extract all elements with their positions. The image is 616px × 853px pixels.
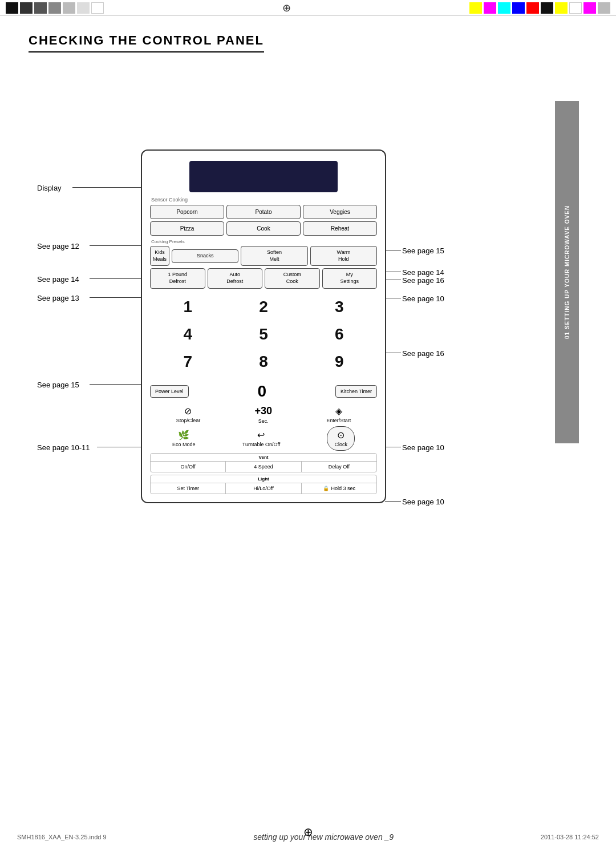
btn-pizza[interactable]: Pizza xyxy=(150,221,224,236)
numpad-bottom-row: Power Level 0 Kitchen Timer xyxy=(150,380,377,403)
vent-label: Vent xyxy=(151,454,376,462)
see-page-1011-left: See page 10-11 xyxy=(37,443,90,452)
eco-row: 🌿 Eco Mode ↩ Turntable On/Off ⊙ Clock xyxy=(150,426,377,451)
btn-enter-start[interactable]: ◈ Enter/Start xyxy=(326,406,351,423)
btn-soften-melt[interactable]: Soften Melt xyxy=(241,246,307,266)
stop-row: ⊘ Stop/Clear +30 Sec. ◈ Enter/Start xyxy=(150,405,377,424)
top-crosshair: ⊕ xyxy=(110,0,464,15)
key-5[interactable]: 5 xyxy=(226,321,302,348)
swatch-gray2 xyxy=(48,2,61,14)
sidebar-text: 01 SETTING UP YOUR MICROWAVE OVEN xyxy=(555,101,579,443)
swatch-red xyxy=(526,2,539,14)
btn-warm-hold[interactable]: Warm Hold xyxy=(310,246,377,266)
crosshair-icon: ⊕ xyxy=(282,2,291,14)
swatch-white xyxy=(91,2,104,14)
swatch-black3 xyxy=(541,2,553,14)
see-page-16-right2: See page 16 xyxy=(402,349,444,358)
clock-icon: ⊙ xyxy=(337,430,345,440)
sensor-row-1: Popcorn Potato Veggies xyxy=(150,205,377,219)
sec-label: Sec. xyxy=(258,418,269,424)
sensor-cooking-label: Sensor Cooking xyxy=(150,197,377,203)
display-screen xyxy=(189,161,338,192)
swatch-gray4 xyxy=(77,2,90,14)
btn-custom-cook[interactable]: Custom Cook xyxy=(265,268,320,288)
main-content: CHECKING THE CONTROL PANEL 01 SETTING UP… xyxy=(0,16,616,709)
numpad: 1 2 3 4 5 6 7 8 9 xyxy=(150,293,377,375)
key-3[interactable]: 3 xyxy=(301,293,377,321)
key-9[interactable]: 9 xyxy=(301,348,377,375)
btn-stop-clear[interactable]: ⊘ Stop/Clear xyxy=(176,406,201,423)
swatch-yellow xyxy=(469,2,482,14)
see-page-16-right1: See page 16 xyxy=(402,276,444,285)
eco-mode-icon: 🌿 xyxy=(178,430,189,440)
btn-pound-defrost[interactable]: 1 Pound Defrost xyxy=(150,268,205,288)
swatch-gray3 xyxy=(63,2,75,14)
see-page-10-right3: See page 10 xyxy=(402,498,444,506)
plus30-display: +30 Sec. xyxy=(254,405,272,424)
hold3sec-label: Hold 3 sec xyxy=(331,486,356,491)
display-line xyxy=(72,187,141,188)
btn-light-settimer[interactable]: Set Timer xyxy=(151,483,226,494)
see-page-13-left: See page 13 xyxy=(37,294,79,302)
btn-reheat[interactable]: Reheat xyxy=(303,221,377,236)
key-6[interactable]: 6 xyxy=(301,321,377,348)
clock-label: Clock xyxy=(334,442,347,447)
btn-vent-delayoff[interactable]: Delay Off xyxy=(302,462,376,472)
light-buttons: Set Timer Hi/Lo/Off 🔒 Hold 3 sec xyxy=(151,483,376,494)
line-sp15r xyxy=(385,250,401,250)
line-sp10r2 xyxy=(385,447,401,447)
microwave-panel: Sensor Cooking Popcorn Potato Veggies Pi… xyxy=(141,149,386,503)
btn-kitchen-timer[interactable]: Kitchen Timer xyxy=(335,385,377,398)
swatch-gray5 xyxy=(598,2,610,14)
see-page-12-left: See page 12 xyxy=(37,242,79,250)
light-section: Light Set Timer Hi/Lo/Off 🔒 Hold 3 sec xyxy=(150,475,377,494)
key-2[interactable]: 2 xyxy=(226,293,302,321)
swatch-cyan xyxy=(498,2,510,14)
btn-power-level[interactable]: Power Level xyxy=(150,385,189,398)
btn-clock[interactable]: ⊙ Clock xyxy=(327,426,355,451)
right-color-swatches xyxy=(464,0,616,15)
btn-vent-onoff[interactable]: On/Off xyxy=(151,462,226,472)
line-sp10r3 xyxy=(385,501,401,502)
cooking-presets-label: Cooking Presets xyxy=(150,239,377,244)
presets-row-1: Kids Meals Snacks Soften Melt Warm Hold xyxy=(150,246,377,266)
light-label: Light xyxy=(151,475,376,483)
swatch-white2 xyxy=(569,2,582,14)
footer-center-text: setting up your new microwave oven _9 xyxy=(253,832,394,842)
swatch-blue xyxy=(512,2,525,14)
left-color-swatches xyxy=(0,0,110,15)
btn-auto-defrost[interactable]: Auto Defrost xyxy=(208,268,263,288)
btn-turntable[interactable]: ↩ Turntable On/Off xyxy=(242,430,281,447)
key-0[interactable]: 0 xyxy=(191,380,333,403)
swatch-yellow2 xyxy=(555,2,568,14)
key-8[interactable]: 8 xyxy=(226,348,302,375)
btn-light-hold3sec[interactable]: 🔒 Hold 3 sec xyxy=(302,483,376,494)
line-sp12 xyxy=(90,245,141,246)
top-color-bar: ⊕ xyxy=(0,0,616,16)
btn-potato[interactable]: Potato xyxy=(226,205,301,219)
btn-my-settings[interactable]: My Settings xyxy=(322,268,378,288)
lock-icon: 🔒 xyxy=(323,486,329,491)
swatch-gray1 xyxy=(34,2,47,14)
see-page-14-right: See page 14 xyxy=(402,268,444,277)
swatch-magenta2 xyxy=(583,2,596,14)
btn-veggies[interactable]: Veggies xyxy=(303,205,377,219)
btn-kids-meals[interactable]: Kids Meals xyxy=(150,246,169,266)
eco-mode-label: Eco Mode xyxy=(172,442,196,447)
btn-popcorn[interactable]: Popcorn xyxy=(150,205,224,219)
display-label: Display xyxy=(37,184,62,192)
key-1[interactable]: 1 xyxy=(150,293,226,321)
see-page-10-right2: See page 10 xyxy=(402,443,444,452)
key-7[interactable]: 7 xyxy=(150,348,226,375)
btn-snacks[interactable]: Snacks xyxy=(172,249,238,263)
line-sp16r2 xyxy=(385,353,401,353)
btn-eco-mode[interactable]: 🌿 Eco Mode xyxy=(172,430,196,447)
btn-light-hilooff[interactable]: Hi/Lo/Off xyxy=(226,483,301,494)
stop-clear-label: Stop/Clear xyxy=(176,418,201,423)
diagram-wrapper: 01 SETTING UP YOUR MICROWAVE OVEN Displa… xyxy=(37,70,579,697)
key-4[interactable]: 4 xyxy=(150,321,226,348)
btn-vent-4speed[interactable]: 4 Speed xyxy=(226,462,301,472)
btn-cook[interactable]: Cook xyxy=(226,221,301,236)
see-page-14-left: See page 14 xyxy=(37,275,79,284)
line-sp13 xyxy=(90,297,141,298)
